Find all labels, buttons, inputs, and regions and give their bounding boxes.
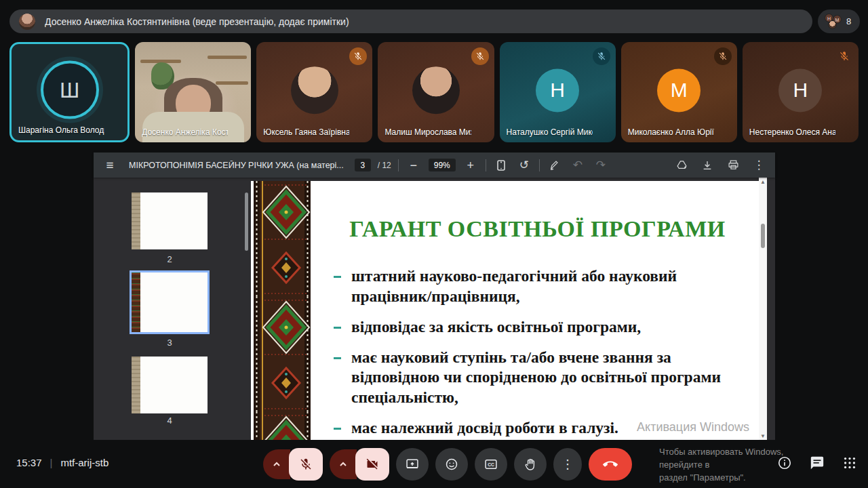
video-bg-shelf — [216, 81, 248, 85]
menu-icon[interactable]: ≡ — [102, 157, 118, 174]
save-to-drive-icon[interactable] — [673, 157, 690, 174]
slide-page-3: ГАРАНТ ОСВІТНЬОЇ ПРОГРАМИ штатний науков… — [251, 181, 767, 440]
rotate-icon[interactable]: ↺ — [516, 157, 532, 174]
meet-window: Досенко Анжеліка Костянтинівна (веде пре… — [0, 0, 868, 488]
video-tile-nesterenko[interactable]: Н Нестеренко Олеся Анат... — [743, 42, 859, 142]
mic-off-icon — [835, 47, 853, 65]
avatar-initial: Н — [778, 68, 822, 112]
more-options-icon[interactable]: ⋮ — [751, 157, 767, 174]
redo-icon[interactable]: ↷ — [593, 157, 609, 174]
download-icon[interactable] — [699, 157, 715, 174]
pdf-toolbar: ≡ МІКРОТОПОНІМІЯ БАСЕЙНУ РІЧКИ УЖА (на м… — [94, 152, 775, 178]
zoom-out-icon[interactable]: − — [406, 157, 422, 174]
camera-off-button[interactable] — [355, 448, 389, 481]
avatar-initial: Ш — [41, 61, 99, 119]
mic-options-chevron-icon[interactable] — [263, 449, 290, 479]
scroll-up-icon[interactable]: ▲ — [759, 178, 767, 186]
thumbnail-preview — [140, 357, 208, 413]
tile-name-label: Юксель Гаяна Заїрівна — [263, 127, 349, 137]
pdf-page-scrollbar[interactable]: ▲ ▼ — [759, 178, 767, 440]
windows-activation-note: Чтобы активировать Windows, перейдите в … — [659, 446, 822, 485]
divider: | — [50, 457, 53, 468]
participants-cluster[interactable]: Н М 8 — [818, 9, 860, 33]
captions-button[interactable]: CC — [475, 448, 507, 481]
avatar-photo — [291, 66, 338, 114]
pdf-document-title: МІКРОТОПОНІМІЯ БАСЕЙНУ РІЧКИ УЖА (на мат… — [129, 161, 344, 170]
toolbar-divider — [486, 159, 486, 171]
slide-bullet-list: штатний науково-педагогічний або наукови… — [311, 266, 764, 439]
tile-name-label: Шарагіна Ольга Володи... — [18, 125, 104, 135]
video-tile-sharahina[interactable]: Ш Шарагіна Ольга Володи... — [9, 42, 130, 142]
pdf-content-area: 2 3 — [94, 178, 775, 440]
thumbnail-page-2[interactable] — [132, 192, 208, 249]
video-person — [164, 78, 222, 121]
toolbar-right-actions: ⋮ — [673, 157, 767, 174]
video-tiles-row: Ш Шарагіна Ольга Володи... Досенко Анжел… — [9, 42, 859, 142]
mic-off-icon — [714, 47, 732, 65]
mic-off-icon — [593, 47, 610, 65]
mic-control-group — [263, 448, 323, 481]
scrollbar-thumb[interactable] — [761, 224, 765, 248]
avatar-initial: М — [657, 68, 701, 112]
end-call-button[interactable] — [589, 448, 632, 481]
thumbnail-page-number: 3 — [132, 338, 208, 348]
video-tile-mykolaienko[interactable]: М Миколаєнко Алла Юріївна — [621, 42, 737, 142]
video-tile-yuksel[interactable]: Юксель Гаяна Заїрівна — [256, 42, 372, 142]
toolbar-divider — [539, 159, 540, 171]
meet-bottom-bar: 15:37 | mtf-arij-stb — [0, 441, 868, 488]
shared-screen-pdf-viewer: ≡ МІКРОТОПОНІМІЯ БАСЕЙНУ РІЧКИ УЖА (на м… — [94, 152, 775, 440]
page-number-input[interactable]: 3 — [355, 159, 371, 171]
embroidery-ornament — [254, 181, 311, 440]
pdf-thumbnail-rail: 2 3 — [94, 178, 250, 440]
video-tile-natalushko[interactable]: Н Наталушко Сергій Мико... — [500, 42, 616, 142]
video-bg-shelf — [208, 56, 247, 59]
video-tile-dosenko[interactable]: Досенко Анжеліка Костя... — [135, 42, 251, 142]
emoji-reactions-button[interactable] — [435, 448, 468, 481]
activities-grid-icon[interactable] — [842, 455, 857, 473]
toolbar-divider — [398, 159, 399, 171]
tile-name-label: Наталушко Сергій Мико... — [507, 127, 593, 137]
fit-page-icon[interactable] — [493, 157, 509, 174]
thumbnail-preview — [140, 192, 208, 249]
windows-activation-watermark: Активация Windows — [637, 420, 749, 434]
slide-title: ГАРАНТ ОСВІТНЬОЇ ПРОГРАМИ — [311, 216, 764, 242]
svg-text:CC: CC — [488, 462, 494, 467]
presenter-avatar — [19, 14, 35, 30]
presenter-banner-text: Досенко Анжеліка Костянтинівна (веде пре… — [45, 16, 349, 27]
undo-icon[interactable]: ↶ — [570, 157, 586, 174]
present-screen-button[interactable] — [396, 448, 429, 481]
tile-name-label: Малиш Мирослава Миха... — [384, 127, 471, 137]
avatar-photo — [412, 66, 460, 114]
page-total-label: / 12 — [378, 161, 391, 170]
tile-name-label: Миколаєнко Алла Юріївна — [628, 127, 714, 137]
participants-mini-avatars: Н М — [825, 14, 842, 30]
zoom-level-input[interactable]: 99% — [429, 159, 456, 171]
more-options-icon: ⋮ — [561, 457, 574, 472]
thumbnail-page-4[interactable] — [132, 357, 208, 413]
scroll-down-icon[interactable]: ▼ — [759, 432, 767, 440]
thumbnail-ornament-strip — [132, 357, 140, 413]
slide-bullet: має науковий ступінь та/або вчене звання… — [332, 348, 747, 409]
camera-control-group — [330, 448, 389, 481]
annotate-pen-icon[interactable] — [547, 157, 563, 174]
thumbnail-ornament-strip — [132, 192, 140, 249]
slide-content: ГАРАНТ ОСВІТНЬОЇ ПРОГРАМИ штатний науков… — [311, 181, 764, 440]
participants-count: 8 — [846, 16, 851, 26]
call-controls: CC ⋮ — [263, 448, 632, 481]
tile-name-label: Нестеренко Олеся Анат... — [749, 127, 835, 137]
mic-off-button[interactable] — [289, 448, 323, 481]
zoom-in-icon[interactable]: + — [462, 157, 479, 174]
print-icon[interactable] — [725, 157, 741, 174]
raise-hand-button[interactable] — [514, 448, 547, 481]
camera-options-chevron-icon[interactable] — [330, 449, 357, 479]
mic-off-icon — [471, 47, 489, 65]
video-tile-malysh[interactable]: Малиш Мирослава Миха... — [378, 42, 494, 142]
thumbnail-page-number: 4 — [132, 415, 208, 426]
more-options-button[interactable]: ⋮ — [553, 448, 582, 481]
thumbnail-rail-scrollbar[interactable] — [245, 192, 248, 251]
thumbnail-page-3-selected[interactable] — [132, 272, 208, 332]
clock-time: 15:37 — [16, 457, 42, 468]
thumbnail-preview — [140, 272, 208, 332]
meeting-code: mtf-arij-stb — [60, 457, 108, 468]
right-panel-icons: Чтобы активировать Windows, перейдите в … — [777, 455, 857, 473]
